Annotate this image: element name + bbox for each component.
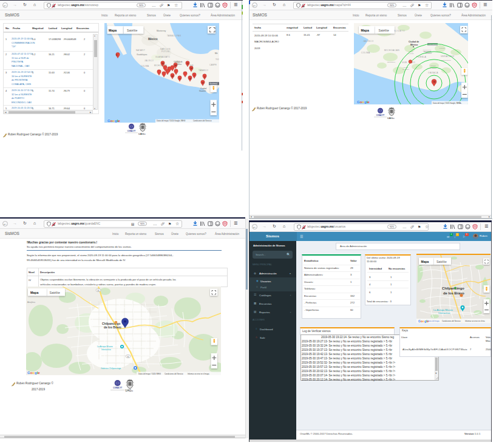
svg-text:Veracruz: Veracruz	[439, 47, 446, 49]
svg-text:17: 17	[202, 82, 204, 84]
svg-text:CONACYT: CONACYT	[113, 387, 122, 389]
svg-text:14: 14	[190, 67, 192, 70]
svg-text:México: México	[410, 44, 418, 46]
svg-text:Informar un error en el mapa: Informar un error en el mapa	[188, 373, 209, 375]
svg-text:Mapa: Mapa	[109, 29, 117, 32]
svg-text:UAGro: UAGro	[138, 132, 146, 135]
svg-text:Interactivo: Interactivo	[101, 348, 111, 351]
svg-text:JALISCO: JALISCO	[144, 59, 154, 62]
svg-text:Satélite: Satélite	[127, 29, 137, 32]
svg-text:Satélite: Satélite	[379, 29, 389, 32]
svg-text:COLIMA: COLIMA	[361, 52, 370, 54]
svg-text:Condiciones del Servicio: Condiciones del Servicio	[193, 120, 212, 122]
svg-text:Datos del mapa: Datos del mapa	[427, 320, 440, 322]
svg-text:Zihuatanejo: Zihuatanejo	[387, 61, 396, 63]
svg-text:Mapa: Mapa	[421, 260, 429, 263]
svg-text:Mapa: Mapa	[361, 29, 369, 32]
svg-text:TABASCO: TABASCO	[199, 69, 208, 72]
svg-text:14: 14	[433, 81, 435, 83]
svg-text:YUC: YUC	[216, 58, 219, 61]
svg-text:CONACYT: CONACYT	[127, 130, 136, 132]
svg-text:Interactivo: Interactivo	[438, 311, 450, 314]
svg-text:26: 26	[161, 63, 164, 65]
svg-text:UAGro: UAGro	[125, 389, 133, 392]
svg-text:Condiciones del Servicio: Condiciones del Servicio	[165, 373, 183, 375]
svg-text:Co..: Co..	[459, 102, 462, 104]
svg-text:NAYARIT: NAYARIT	[136, 49, 145, 52]
svg-text:CAMPE: CAMPE	[209, 64, 217, 66]
svg-text:Chilpancingo: Chilpancingo	[442, 287, 464, 290]
svg-text:Google: Google	[357, 100, 370, 104]
svg-text:Guatemal: Guatemal	[209, 83, 217, 85]
svg-text:Amojileca: Amojileca	[27, 301, 35, 304]
svg-text:Monterrey: Monterrey	[157, 30, 166, 32]
svg-text:Guatem: Guatem	[199, 90, 206, 92]
svg-text:México: México	[148, 38, 158, 41]
svg-text:POTOSÍ: POTOSÍ	[161, 50, 170, 53]
svg-text:22: 22	[171, 75, 174, 78]
svg-text:11: 11	[186, 63, 188, 65]
svg-text:Chilpancingo: Chilpancingo	[102, 322, 120, 325]
svg-text:Galerias Chilpancingo: Galerias Chilpancingo	[101, 367, 121, 370]
svg-text:Condiciones del Servicio: Condiciones del Servicio	[442, 320, 461, 322]
svg-text:Guadalajara: Guadalajara	[137, 53, 148, 56]
svg-text:Satélite: Satélite	[50, 291, 60, 294]
svg-text:OAXACA: OAXACA	[428, 72, 438, 74]
svg-text:18: 18	[189, 78, 191, 80]
svg-text:Mé: Mé	[215, 52, 218, 55]
svg-text:24: 24	[174, 64, 177, 67]
svg-text:Informar un error en el ma: Informar un error en el ma	[465, 320, 485, 322]
svg-text:Mapa: Mapa	[30, 291, 38, 294]
svg-text:UAGro: UAGro	[387, 116, 395, 119]
svg-text:JALISCO: JALISCO	[363, 40, 374, 42]
svg-text:de los Bravo: de los Bravo	[104, 326, 121, 329]
svg-text:ØPuebla de: ØPuebla de	[424, 50, 432, 52]
svg-text:Datos del mapa ©2020 Google, I: Datos del mapa ©2020 Google, INEGI	[433, 102, 461, 104]
svg-text:MICHOACÁN: MICHOACÁN	[384, 49, 399, 52]
svg-text:GUANAJUATO: GUANAJUATO	[155, 56, 170, 58]
svg-text:Datos del mapa ©2020 INEGI: Datos del mapa ©2020 INEGI	[138, 373, 161, 375]
svg-text:COLIMA: COLIMA	[141, 65, 149, 67]
svg-text:CONACYT: CONACYT	[376, 114, 385, 117]
svg-text:Google: Google	[107, 119, 120, 123]
svg-text:Google: Google	[27, 371, 40, 375]
svg-text:Ciudad de: Ciudad de	[409, 41, 419, 43]
svg-text:Satélite: Satélite	[436, 260, 447, 263]
svg-text:La Avispa Museo: La Avispa Museo	[97, 345, 113, 348]
svg-text:Datos del mapa ©2020 Google, I: Datos del mapa ©2020 Google, INEGI	[157, 120, 186, 122]
svg-text:TAMAULIPAS: TAMAULIPAS	[167, 35, 181, 37]
